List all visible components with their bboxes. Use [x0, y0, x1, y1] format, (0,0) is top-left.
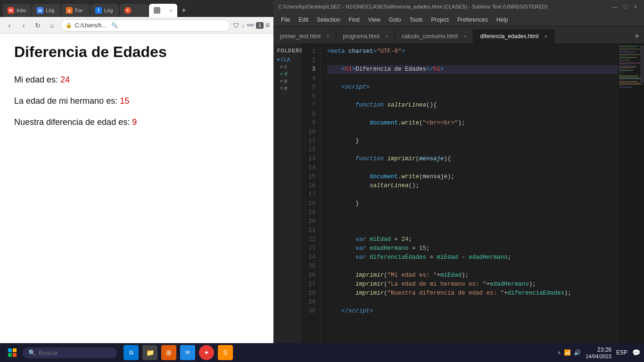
editor-tab-close-calculo[interactable]: ×: [463, 33, 466, 39]
line-num-23: 23: [302, 244, 320, 253]
glasses-icon[interactable]: 👓: [247, 22, 254, 29]
new-editor-tab-button[interactable]: +: [630, 29, 644, 43]
code-line-4: [327, 74, 618, 83]
code-line-9: document.write("<br><br>");: [327, 119, 618, 128]
menu-goto[interactable]: Goto: [385, 15, 405, 25]
tab-label-gmail: Inbc: [17, 8, 26, 13]
code-lines[interactable]: <meta charset="UTF-8"> <h1>Diferencia de…: [321, 43, 618, 352]
code-line-10: [327, 128, 618, 137]
line-num-7: 7: [302, 101, 320, 110]
folder-d[interactable]: ‹› d: [275, 70, 299, 77]
new-tab-button[interactable]: +: [178, 5, 190, 16]
tab-close-active[interactable]: ×: [170, 8, 173, 13]
taskbar-app-icons: ⧉ 📁 ⊞ ✉ ✦ S: [124, 345, 233, 360]
browser-tabs-bar: M Inbc M Lóg a For f Lóg ✦ × +: [0, 0, 273, 17]
menu-preferences[interactable]: Preferences: [454, 15, 492, 25]
line-numbers: 1 2 3 4 5 6 7 8 9 10 11 12 13 14 15 16 1: [302, 43, 321, 352]
line-num-25: 25: [302, 262, 320, 271]
diff-value: 9: [132, 117, 137, 127]
windows-start-button[interactable]: [4, 344, 21, 361]
line-num-15: 15: [302, 173, 320, 181]
code-line-14: [327, 164, 618, 173]
browser-tab-fb[interactable]: f Lóg: [91, 4, 119, 17]
address-bar[interactable]: 🔒 C:/Users/h... 🔍: [60, 19, 230, 32]
line-num-4: 4: [302, 74, 320, 83]
line-num-3: 3: [302, 65, 320, 74]
folder-cla[interactable]: ▾ CLA: [275, 56, 299, 63]
taskbar-mail-icon[interactable]: ✉: [180, 345, 195, 360]
download-icon[interactable]: ↓: [241, 22, 245, 29]
code-line-8: [327, 110, 618, 119]
code-line-11: }: [327, 137, 618, 146]
browser-tab-ahrefs[interactable]: a For: [61, 4, 90, 17]
svg-rect-0: [8, 348, 12, 352]
menu-icon[interactable]: ≡: [265, 21, 270, 30]
menu-project[interactable]: Project: [428, 15, 453, 25]
folder-p2[interactable]: ‹› p: [275, 84, 299, 91]
folder-panel: FOLDERS ▾ CLA ‹› c ‹› d ‹› p ‹› p: [273, 43, 302, 352]
minimize-button[interactable]: —: [611, 3, 619, 10]
wifi-icon[interactable]: 📶: [564, 349, 571, 356]
line-num-30: 30: [302, 307, 320, 316]
menu-find[interactable]: Find: [345, 15, 363, 25]
editor-tab-close-primer[interactable]: ×: [326, 33, 329, 39]
editor-tab-label-diferencia: diferencia_edades.html: [480, 33, 538, 40]
taskbar-time: 23:26: [597, 346, 611, 353]
line-num-28: 28: [302, 289, 320, 298]
editor-tab-close-diferencia[interactable]: ×: [545, 33, 547, 39]
editor-tab-primer[interactable]: primer_test.html ×: [273, 29, 336, 43]
taskbar-explorer-icon[interactable]: 📁: [142, 345, 157, 360]
editor-body: FOLDERS ▾ CLA ‹› c ‹› d ‹› p ‹› p 1 2 3 …: [273, 43, 644, 352]
menu-tools[interactable]: Tools: [406, 15, 427, 25]
home-button[interactable]: ⌂: [46, 20, 58, 31]
taskbar-search-box[interactable]: 🔍: [23, 347, 117, 358]
taskbar-app2-icon[interactable]: ⊞: [161, 345, 176, 360]
menu-file[interactable]: File: [277, 15, 294, 25]
forward-button[interactable]: ›: [18, 20, 29, 31]
folder-c[interactable]: ‹› c: [275, 63, 299, 70]
taskbar-date: 14/04/2023: [586, 354, 611, 359]
editor-tab-close-programa[interactable]: ×: [385, 33, 388, 39]
menu-help[interactable]: Help: [493, 15, 512, 25]
editor-panel: C:\Users\hp\Desktop\LSEC - N1\ONE\CLASES…: [273, 0, 644, 362]
editor-tab-label-programa: programa.html: [343, 33, 379, 40]
taskbar-brave-icon[interactable]: ✦: [199, 345, 214, 360]
menu-view[interactable]: View: [364, 15, 384, 25]
page-line-1: Mi edad es: 24: [14, 75, 259, 85]
editor-tab-diferencia[interactable]: diferencia_edades.html ×: [473, 29, 554, 43]
shield-icon: 🛡: [233, 22, 239, 29]
taskbar-clock: 23:26 14/04/2023: [586, 346, 611, 359]
taskbar-left: 🔍 ⧉ 📁 ⊞ ✉ ✦ S: [4, 344, 233, 361]
taskbar-sublime-icon[interactable]: S: [218, 345, 233, 360]
menu-edit[interactable]: Edit: [295, 15, 312, 25]
notification-icon[interactable]: 💬: [632, 349, 640, 356]
code-line-6: [327, 92, 618, 101]
folder-p1[interactable]: ‹› p: [275, 77, 299, 84]
editor-tab-calculo[interactable]: calculo_consumo.html ×: [395, 29, 473, 43]
reload-button[interactable]: ↻: [32, 20, 43, 31]
browser-tab-active[interactable]: ×: [149, 4, 177, 17]
browser-tab-gmail[interactable]: M Inbc: [3, 4, 31, 17]
tab-label-inbox: Lóg: [46, 8, 54, 13]
browser-tab-brave[interactable]: ✦: [120, 4, 148, 17]
line-num-9: 9: [302, 119, 320, 128]
editor-tab-programa[interactable]: programa.html ×: [336, 29, 395, 43]
back-button[interactable]: ‹: [4, 20, 15, 31]
code-area[interactable]: 1 2 3 4 5 6 7 8 9 10 11 12 13 14 15 16 1: [302, 43, 644, 352]
line-num-16: 16: [302, 181, 320, 190]
close-button[interactable]: ×: [632, 3, 639, 10]
taskbar-search-input[interactable]: [39, 349, 105, 356]
taskbar-sys-icons: ∧ 📶 🔊: [557, 349, 581, 356]
browser-content: Diferencia de Edades Mi edad es: 24 La e…: [0, 34, 273, 362]
volume-icon[interactable]: 🔊: [574, 349, 581, 356]
chevron-up-icon[interactable]: ∧: [557, 350, 561, 356]
code-line-29: [327, 298, 618, 307]
page-line-3: Nuestra diferencia de edad es: 9: [14, 117, 259, 127]
code-line-19: [327, 208, 618, 217]
menu-selection[interactable]: Selection: [313, 15, 344, 25]
maximize-button[interactable]: □: [621, 3, 629, 10]
taskview-icon[interactable]: ⧉: [124, 345, 139, 360]
browser-tab-inbox[interactable]: M Lóg: [32, 4, 60, 17]
code-line-16: saltarLinea();: [327, 181, 618, 190]
line-num-26: 26: [302, 271, 320, 280]
